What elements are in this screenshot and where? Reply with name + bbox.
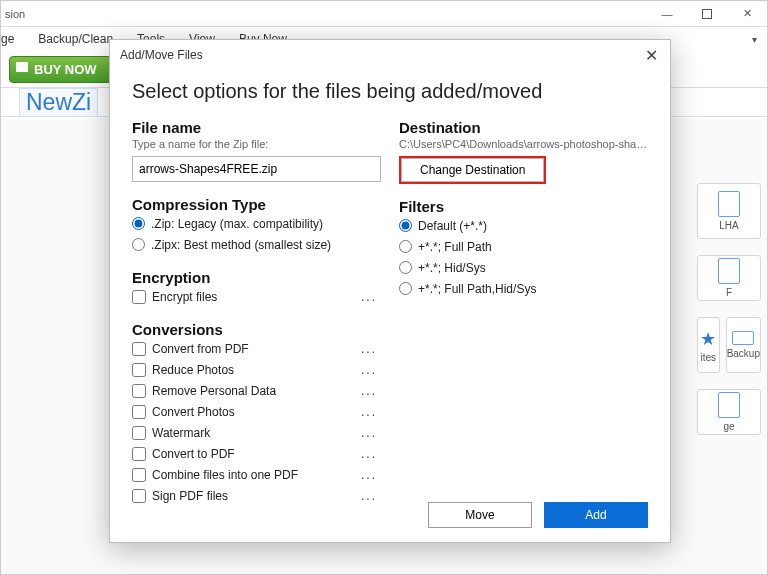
filename-input[interactable] — [132, 156, 381, 182]
more-icon[interactable]: ... — [361, 384, 381, 398]
dialog-footer: Move Add — [428, 502, 648, 528]
filter-default[interactable]: Default (+*.*) — [399, 215, 648, 236]
left-column: File name Type a name for the Zip file: … — [132, 117, 381, 506]
backup-tool[interactable]: Backup — [726, 317, 761, 373]
conversions-label: Conversions — [132, 321, 381, 338]
main-window: sion — ✕ ge Backup/Clean Tools View Buy … — [0, 0, 768, 575]
compression-zipx[interactable]: .Zipx: Best method (smallest size) — [132, 234, 381, 255]
dialog-title-bar: Add/Move Files ✕ — [110, 40, 670, 70]
change-destination-highlight: Change Destination — [399, 156, 546, 184]
filename-label: File name — [132, 119, 381, 136]
lha-tool[interactable]: LHA — [697, 183, 761, 239]
tab-newzip[interactable]: NewZi — [19, 88, 98, 116]
minimize-button[interactable]: — — [647, 1, 687, 27]
convert-to-pdf[interactable]: Convert to PDF... — [132, 443, 381, 464]
destination-path: C:\Users\PC4\Downloads\arrows-photoshop-… — [399, 138, 648, 150]
convert-photos[interactable]: Convert Photos... — [132, 401, 381, 422]
more-icon[interactable]: ... — [361, 468, 381, 482]
buy-now-button[interactable]: BUY NOW — [9, 56, 112, 83]
encrypt-more[interactable]: ... — [361, 290, 381, 304]
filter-hidsys[interactable]: +*.*; Hid/Sys — [399, 257, 648, 278]
more-icon[interactable]: ... — [361, 489, 381, 503]
close-button[interactable]: ✕ — [727, 1, 767, 27]
right-column: Destination C:\Users\PC4\Downloads\arrow… — [399, 117, 648, 506]
remove-personal-data[interactable]: Remove Personal Data... — [132, 380, 381, 401]
more-icon[interactable]: ... — [361, 363, 381, 377]
maximize-button[interactable] — [687, 1, 727, 27]
svg-rect-0 — [703, 9, 712, 18]
dialog-title: Add/Move Files — [120, 48, 203, 62]
menu-ge[interactable]: ge — [1, 32, 14, 46]
more-icon[interactable]: ... — [361, 342, 381, 356]
destination-label: Destination — [399, 119, 648, 136]
encryption-label: Encryption — [132, 269, 381, 286]
add-move-dialog: Add/Move Files ✕ Select options for the … — [109, 39, 671, 543]
more-icon[interactable]: ... — [361, 426, 381, 440]
compression-label: Compression Type — [132, 196, 381, 213]
convert-from-pdf[interactable]: Convert from PDF... — [132, 338, 381, 359]
ge-tool[interactable]: ge — [697, 389, 761, 435]
menu-backup[interactable]: Backup/Clean — [38, 32, 113, 46]
title-text: sion — [5, 8, 25, 20]
reduce-photos[interactable]: Reduce Photos... — [132, 359, 381, 380]
compression-zip[interactable]: .Zip: Legacy (max. compatibility) — [132, 213, 381, 234]
close-icon[interactable]: ✕ — [642, 46, 660, 64]
dialog-heading: Select options for the files being added… — [132, 80, 648, 103]
favorites-tool[interactable]: ★ites — [697, 317, 720, 373]
filters-label: Filters — [399, 198, 648, 215]
watermark[interactable]: Watermark... — [132, 422, 381, 443]
right-toolbar: LHA F ★ites Backup ge — [697, 183, 761, 451]
more-icon[interactable]: ... — [361, 447, 381, 461]
chevron-down-icon[interactable]: ▾ — [752, 34, 757, 45]
change-destination-button[interactable]: Change Destination — [401, 158, 544, 182]
title-bar: sion — ✕ — [1, 1, 767, 27]
sign-pdf[interactable]: Sign PDF files... — [132, 485, 381, 506]
combine-pdf[interactable]: Combine files into one PDF... — [132, 464, 381, 485]
filename-hint: Type a name for the Zip file: — [132, 138, 381, 150]
f-tool[interactable]: F — [697, 255, 761, 301]
filter-fullpath-hidsys[interactable]: +*.*; Full Path,Hid/Sys — [399, 278, 648, 299]
filter-fullpath[interactable]: +*.*; Full Path — [399, 236, 648, 257]
add-button[interactable]: Add — [544, 502, 648, 528]
more-icon[interactable]: ... — [361, 405, 381, 419]
encrypt-files[interactable]: Encrypt files... — [132, 286, 381, 307]
move-button[interactable]: Move — [428, 502, 532, 528]
